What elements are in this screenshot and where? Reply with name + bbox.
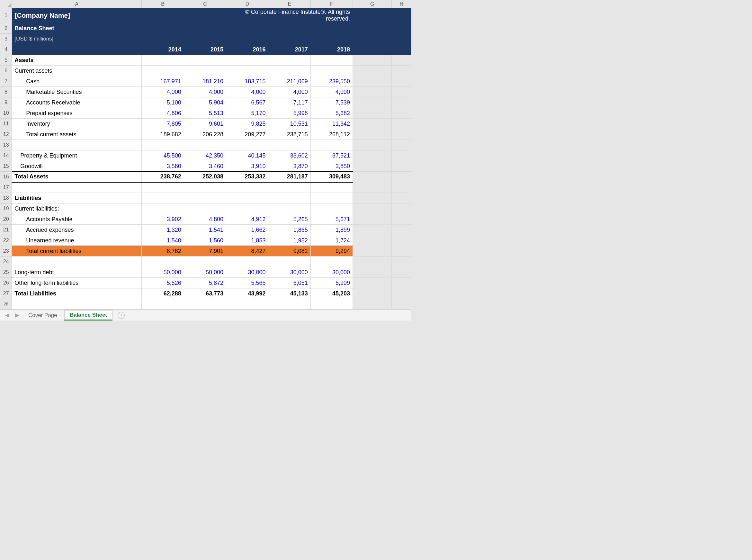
cell[interactable] <box>392 55 411 65</box>
cell[interactable] <box>310 193 352 203</box>
cell-value[interactable]: 9,601 <box>184 119 226 129</box>
table-row[interactable]: 10 Prepaid expenses 4,806 5,513 5,170 5,… <box>0 108 411 119</box>
cell-line-label[interactable]: Other long-term liabilities <box>12 278 142 288</box>
cell[interactable] <box>268 257 310 267</box>
cell-value[interactable]: 45,500 <box>142 151 184 161</box>
cell-line-label[interactable]: Accounts Payable <box>15 216 72 222</box>
cell[interactable] <box>353 299 392 309</box>
cell[interactable] <box>184 65 226 76</box>
cell[interactable] <box>353 257 392 267</box>
cell-value[interactable]: 1,541 <box>184 225 226 235</box>
cell-value[interactable]: 4,000 <box>142 87 184 97</box>
row-header[interactable]: 6 <box>0 65 12 76</box>
row-header[interactable]: 27 <box>0 288 12 299</box>
table-row[interactable]: 9 Accounts Receivable 5,100 5,904 6,567 … <box>0 97 411 108</box>
cell[interactable] <box>184 34 226 44</box>
cell-value[interactable]: 238,715 <box>268 129 310 140</box>
cell[interactable] <box>226 23 268 34</box>
cell[interactable] <box>310 23 352 34</box>
col-header-F[interactable]: F <box>310 0 352 8</box>
cell[interactable] <box>142 182 184 193</box>
cell[interactable] <box>184 55 226 65</box>
cell-value[interactable]: 1,662 <box>226 225 268 235</box>
table-row[interactable]: 1 [Company Name] © Corporate Finance Ins… <box>0 8 411 23</box>
table-row[interactable]: 24 <box>0 257 411 267</box>
cell[interactable] <box>392 288 411 299</box>
cell[interactable] <box>184 182 226 193</box>
cell-value[interactable]: 45,203 <box>310 288 352 299</box>
row-header[interactable]: 2 <box>0 23 12 34</box>
cell-sheet-title[interactable]: Balance Sheet <box>12 23 142 34</box>
cell[interactable] <box>226 299 268 309</box>
cell-line-label[interactable]: Total current liabilities <box>15 248 81 254</box>
cell-line-label[interactable]: Total current assets <box>15 131 76 138</box>
cell-total-label[interactable]: Total Assets <box>12 172 142 182</box>
cell-value[interactable]: 281,187 <box>268 172 310 182</box>
cell[interactable] <box>12 257 142 267</box>
cell[interactable] <box>392 257 411 267</box>
cell-value[interactable]: 181,210 <box>184 76 226 87</box>
cell-value[interactable]: 238,762 <box>142 172 184 182</box>
column-header-row[interactable]: A B C D E F G H <box>0 0 411 8</box>
cell[interactable] <box>392 23 411 34</box>
cell[interactable] <box>392 44 411 55</box>
cell-line-label[interactable]: Accrued expenses <box>15 227 74 233</box>
table-row[interactable]: 26 Other long-term liabilities 5,526 5,8… <box>0 278 411 288</box>
cell[interactable] <box>353 214 392 225</box>
row-header[interactable]: 21 <box>0 225 12 235</box>
cell[interactable] <box>353 161 392 172</box>
cell-value[interactable]: 206,228 <box>184 129 226 140</box>
row-header[interactable]: 7 <box>0 76 12 87</box>
cell[interactable] <box>310 257 352 267</box>
cell-subheading[interactable]: Current assets: <box>12 65 142 76</box>
cell-value[interactable]: 1,899 <box>310 225 352 235</box>
cell[interactable] <box>142 299 184 309</box>
cell-value[interactable]: 3,870 <box>268 161 310 172</box>
cell-value[interactable]: 1,865 <box>268 225 310 235</box>
table-row[interactable]: 8 Marketable Securities 4,000 4,000 4,00… <box>0 87 411 97</box>
cell-year[interactable]: 2016 <box>226 44 268 55</box>
cell-section-heading[interactable]: Liabilities <box>12 193 142 203</box>
cell[interactable] <box>392 119 411 129</box>
cell[interactable] <box>226 34 268 44</box>
cell-year[interactable]: 2018 <box>310 44 352 55</box>
cell-value[interactable]: 5,100 <box>142 97 184 108</box>
cell-value[interactable]: 63,773 <box>184 288 226 299</box>
cell-value[interactable]: 10,531 <box>268 119 310 129</box>
cell-value[interactable]: 239,550 <box>310 76 352 87</box>
table-row[interactable]: 2 Balance Sheet <box>0 23 411 34</box>
table-row[interactable]: 16 Total Assets 238,762 252,038 253,332 … <box>0 172 411 182</box>
col-header-D[interactable]: D <box>226 0 268 8</box>
cell[interactable] <box>392 140 411 151</box>
col-header-E[interactable]: E <box>268 0 310 8</box>
cell-value[interactable]: 50,000 <box>184 267 226 278</box>
cell[interactable] <box>353 119 392 129</box>
col-header-H[interactable]: H <box>392 0 411 8</box>
cell[interactable] <box>142 55 184 65</box>
cell-value[interactable]: 189,682 <box>142 129 184 140</box>
row-header[interactable]: 13 <box>0 140 12 151</box>
cell-value[interactable]: 1,853 <box>226 235 268 246</box>
row-header[interactable]: 20 <box>0 214 12 225</box>
cell[interactable] <box>392 87 411 97</box>
cell-value[interactable]: 252,038 <box>184 172 226 182</box>
cell-value[interactable]: 309,483 <box>310 172 352 182</box>
table-row[interactable]: 5 Assets <box>0 55 411 65</box>
cell[interactable] <box>353 129 392 140</box>
row-header[interactable]: 19 <box>0 203 12 214</box>
cell-value[interactable]: 30,000 <box>226 267 268 278</box>
cell[interactable] <box>353 172 392 182</box>
cell-year[interactable]: 2014 <box>142 44 184 55</box>
cell-value[interactable]: 5,671 <box>310 214 352 225</box>
cell-value[interactable]: 5,998 <box>268 108 310 119</box>
col-header-C[interactable]: C <box>184 0 226 8</box>
cell[interactable] <box>12 140 142 151</box>
cell-value[interactable]: 30,000 <box>310 267 352 278</box>
cell[interactable] <box>142 34 184 44</box>
cell[interactable] <box>353 193 392 203</box>
cell[interactable] <box>392 299 411 309</box>
table-row[interactable]: 18 Liabilities <box>0 193 411 203</box>
cell[interactable] <box>353 267 392 278</box>
cell[interactable] <box>392 182 411 193</box>
cell[interactable] <box>184 193 226 203</box>
